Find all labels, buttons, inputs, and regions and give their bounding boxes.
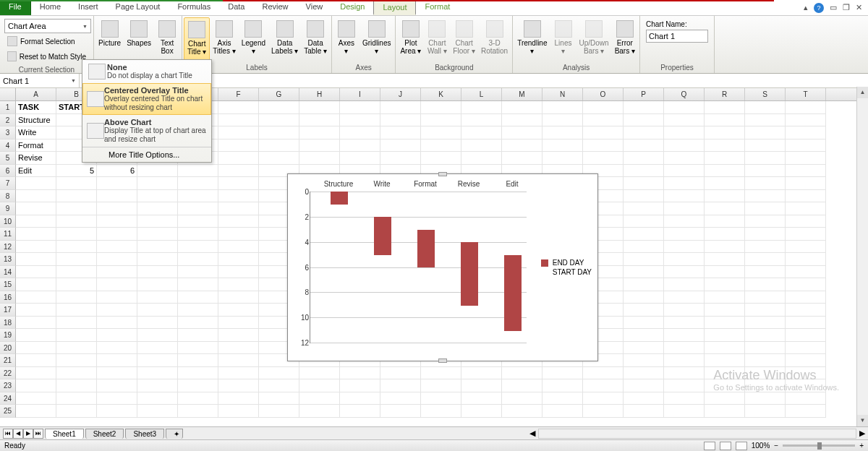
cell[interactable] bbox=[705, 342, 745, 355]
cell[interactable] bbox=[137, 165, 178, 178]
menu-item-above-chart[interactable]: Above Chart Display Title at top of char… bbox=[82, 115, 211, 147]
cell[interactable] bbox=[705, 278, 745, 291]
cell[interactable] bbox=[461, 152, 502, 165]
chart-element-selector[interactable]: Chart Area ▼ bbox=[4, 19, 91, 33]
cell[interactable] bbox=[56, 317, 97, 330]
cell[interactable] bbox=[16, 177, 56, 190]
sheet-tab-3[interactable]: Sheet3 bbox=[125, 429, 164, 439]
cell[interactable] bbox=[421, 367, 461, 380]
cell[interactable] bbox=[624, 190, 664, 203]
cell[interactable] bbox=[583, 392, 624, 405]
col-header[interactable]: P bbox=[624, 88, 664, 100]
cell[interactable] bbox=[745, 101, 786, 114]
cell[interactable] bbox=[16, 278, 56, 291]
tab-view[interactable]: View bbox=[297, 0, 332, 15]
cell[interactable] bbox=[340, 152, 380, 165]
cell[interactable] bbox=[705, 291, 745, 304]
cell[interactable] bbox=[56, 202, 97, 215]
cell[interactable] bbox=[786, 165, 826, 178]
col-header[interactable]: T bbox=[786, 88, 826, 100]
cell[interactable] bbox=[664, 278, 705, 291]
row-header[interactable]: 6 bbox=[0, 165, 16, 178]
cell[interactable] bbox=[786, 228, 826, 241]
cell[interactable]: Format bbox=[16, 139, 56, 153]
cell[interactable] bbox=[56, 177, 97, 190]
cell[interactable] bbox=[299, 114, 340, 127]
scroll-down-icon[interactable]: ▼ bbox=[857, 415, 868, 426]
cell[interactable] bbox=[97, 266, 137, 279]
cell[interactable] bbox=[137, 266, 178, 279]
cell[interactable] bbox=[218, 379, 259, 392]
select-all-corner[interactable] bbox=[0, 88, 16, 100]
help-icon[interactable]: ? bbox=[814, 3, 824, 13]
cell[interactable] bbox=[218, 317, 259, 330]
axis-titles-button[interactable]: Axis Titles ▾ bbox=[210, 17, 238, 63]
cell[interactable] bbox=[705, 152, 745, 165]
cell[interactable] bbox=[340, 379, 380, 392]
cell[interactable] bbox=[705, 165, 745, 178]
cell[interactable] bbox=[664, 139, 705, 153]
cell[interactable] bbox=[421, 392, 461, 405]
restore-icon[interactable]: ❐ bbox=[843, 3, 850, 12]
shapes-button[interactable]: Shapes bbox=[124, 17, 154, 63]
cell[interactable] bbox=[745, 291, 786, 304]
cell[interactable] bbox=[705, 392, 745, 405]
cell[interactable] bbox=[542, 101, 583, 114]
cell[interactable] bbox=[340, 101, 380, 114]
cell[interactable] bbox=[583, 367, 624, 380]
cell[interactable] bbox=[705, 241, 745, 254]
cell[interactable] bbox=[16, 329, 56, 342]
chart-title-button[interactable]: Chart Title ▾ bbox=[184, 17, 210, 63]
row-header[interactable]: 25 bbox=[0, 405, 16, 418]
cell[interactable]: Write bbox=[16, 126, 56, 139]
cell[interactable] bbox=[97, 291, 137, 304]
cell[interactable] bbox=[56, 342, 97, 355]
picture-button[interactable]: Picture bbox=[95, 17, 124, 63]
cell[interactable] bbox=[178, 392, 218, 405]
cell[interactable] bbox=[16, 392, 56, 405]
cell[interactable] bbox=[137, 304, 178, 317]
cell[interactable] bbox=[299, 139, 340, 153]
cell[interactable] bbox=[218, 253, 259, 266]
cell[interactable] bbox=[259, 126, 299, 139]
cell[interactable] bbox=[97, 215, 137, 228]
row-header[interactable]: 15 bbox=[0, 278, 16, 291]
cell[interactable] bbox=[745, 126, 786, 139]
tab-formulas[interactable]: Formulas bbox=[169, 0, 219, 15]
cell[interactable] bbox=[97, 241, 137, 254]
row-header[interactable]: 5 bbox=[0, 152, 16, 165]
cell[interactable] bbox=[502, 379, 542, 392]
cell[interactable] bbox=[786, 114, 826, 127]
axes-button[interactable]: Axes ▾ bbox=[333, 17, 359, 63]
cell[interactable] bbox=[624, 354, 664, 367]
cell[interactable] bbox=[624, 228, 664, 241]
col-header[interactable]: G bbox=[259, 88, 299, 100]
cell[interactable] bbox=[56, 241, 97, 254]
cell[interactable] bbox=[299, 126, 340, 139]
cell[interactable] bbox=[624, 139, 664, 153]
cell[interactable] bbox=[624, 165, 664, 178]
row-header[interactable]: 17 bbox=[0, 304, 16, 317]
cell[interactable] bbox=[178, 317, 218, 330]
cell[interactable] bbox=[178, 278, 218, 291]
cell[interactable] bbox=[583, 114, 624, 127]
chart-wall-button[interactable]: Chart Wall ▾ bbox=[424, 17, 450, 63]
cell[interactable] bbox=[97, 202, 137, 215]
sheet-tab-new[interactable]: ✦ bbox=[166, 429, 183, 439]
cell[interactable] bbox=[259, 114, 299, 127]
cell[interactable] bbox=[56, 228, 97, 241]
cell[interactable] bbox=[745, 215, 786, 228]
cell[interactable] bbox=[624, 266, 664, 279]
cell[interactable] bbox=[786, 266, 826, 279]
cell[interactable] bbox=[137, 317, 178, 330]
cell[interactable] bbox=[340, 405, 380, 418]
view-normal-button[interactable] bbox=[704, 442, 715, 450]
cell[interactable] bbox=[178, 165, 218, 178]
cell[interactable] bbox=[137, 291, 178, 304]
tab-review[interactable]: Review bbox=[253, 0, 297, 15]
textbox-button[interactable]: Text Box bbox=[154, 17, 180, 63]
cell[interactable] bbox=[218, 177, 259, 190]
cell[interactable] bbox=[745, 278, 786, 291]
cell[interactable] bbox=[137, 253, 178, 266]
cell[interactable] bbox=[461, 392, 502, 405]
